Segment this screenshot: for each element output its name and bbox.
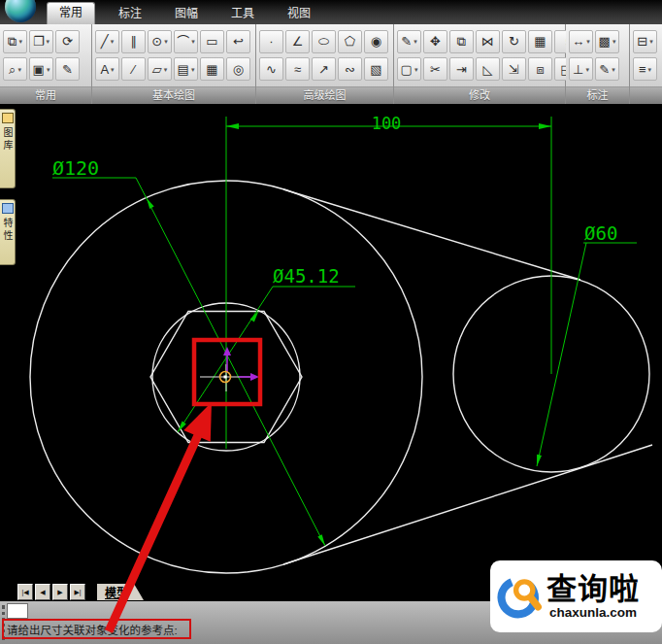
- rotate-button[interactable]: ↻: [502, 30, 526, 53]
- mirror-button[interactable]: ⋈: [476, 30, 500, 53]
- dropdown-caret-icon[interactable]: ▾: [586, 38, 590, 45]
- dropdown-caret-icon[interactable]: ▾: [585, 66, 589, 73]
- dim-text-d45[interactable]: Ø45.12: [273, 265, 340, 287]
- array-button[interactable]: ▦: [528, 30, 552, 53]
- zoom-button[interactable]: ⌕▾: [3, 57, 27, 81]
- solid-button[interactable]: ▧: [364, 57, 388, 81]
- grid-button[interactable]: ▦: [200, 57, 224, 81]
- zigzag-icon: ≈: [294, 63, 301, 76]
- ribbon-row: ⌕▾▣▾✎: [3, 57, 88, 81]
- polygon-button[interactable]: ⬠: [338, 30, 362, 53]
- tab-model[interactable]: 模型: [97, 584, 144, 600]
- dropdown-caret-icon[interactable]: ▾: [649, 38, 653, 45]
- tab-图幅[interactable]: 图幅: [165, 4, 208, 24]
- model-nav-button-0[interactable]: |◀: [17, 584, 33, 600]
- dropdown-caret-icon[interactable]: ▾: [111, 38, 115, 45]
- dimension-button[interactable]: ↔▾: [569, 30, 593, 53]
- tab-视图[interactable]: 视图: [278, 4, 320, 24]
- dropdown-caret-icon[interactable]: ▾: [414, 38, 417, 45]
- refresh-button[interactable]: ⟳: [55, 30, 80, 53]
- model-nav-button-3[interactable]: ▶|: [70, 584, 85, 600]
- gear-button[interactable]: ◉: [364, 30, 388, 53]
- circle-button[interactable]: ⊙▾: [148, 30, 172, 53]
- hatch-button[interactable]: ▤▾: [174, 57, 198, 81]
- image-dim-icon: ▩: [599, 35, 611, 48]
- trim-button[interactable]: ✂: [423, 57, 447, 81]
- sheet-button[interactable]: ⊟▾: [633, 30, 657, 53]
- dropdown-caret-icon[interactable]: ▾: [17, 66, 21, 73]
- copy-button[interactable]: ❐▾: [29, 30, 53, 53]
- text-button[interactable]: A▾: [95, 57, 119, 81]
- dropdown-caret-icon[interactable]: ▾: [111, 66, 115, 73]
- hatch-icon: ▤: [178, 63, 189, 76]
- chamfer-button[interactable]: ◺: [476, 57, 500, 81]
- wave-button[interactable]: ∿: [259, 57, 283, 81]
- rectangle-button[interactable]: ▭: [200, 30, 224, 53]
- command-input-box[interactable]: [7, 603, 28, 619]
- modify-brush-button[interactable]: ✎▾: [397, 30, 421, 53]
- leader-button[interactable]: ▱▾: [148, 57, 172, 81]
- model-nav-button-2[interactable]: ▶: [52, 584, 68, 600]
- select-button[interactable]: ▢▾: [397, 57, 421, 81]
- extend-button[interactable]: ⇥: [449, 57, 474, 81]
- polyline-button[interactable]: ↩: [226, 30, 250, 53]
- explode-button[interactable]: ⧈: [528, 57, 552, 81]
- ribbon-row: ▢▾✂⇥◺⇲⧈◱: [397, 57, 562, 81]
- dropdown-caret-icon[interactable]: ▾: [648, 66, 652, 73]
- move-button[interactable]: ✥: [423, 30, 447, 53]
- tab-常用[interactable]: 常用: [47, 2, 95, 24]
- dropdown-caret-icon[interactable]: ▾: [47, 38, 50, 45]
- app-logo-icon[interactable]: [5, 0, 36, 22]
- dim-text-100[interactable]: 100: [372, 114, 402, 133]
- arrow-draw-button[interactable]: ↗: [312, 57, 336, 81]
- dropdown-caret-icon[interactable]: ▾: [414, 66, 418, 73]
- angle-button[interactable]: ∠: [285, 30, 310, 53]
- paste-button[interactable]: ⧉▾: [3, 30, 27, 53]
- model-nav-button-1[interactable]: ◀: [35, 584, 50, 600]
- dim-text-d120[interactable]: Ø120: [52, 156, 99, 180]
- line-style-button[interactable]: ≡▾: [633, 57, 657, 81]
- stamp-button[interactable]: ◎: [226, 57, 250, 81]
- line-style-icon: ≡: [639, 63, 646, 76]
- dropdown-caret-icon[interactable]: ▾: [191, 38, 195, 45]
- dropdown-caret-icon[interactable]: ▾: [164, 38, 168, 45]
- zigzag-button[interactable]: ≈: [285, 57, 310, 81]
- dim-edit-button[interactable]: ✎▾: [595, 57, 619, 81]
- sidebar-tab-图库[interactable]: 图库: [0, 109, 16, 188]
- scale-button[interactable]: ⇲: [502, 57, 526, 81]
- arc-button[interactable]: ⌒▾: [174, 30, 198, 53]
- block-insert-icon: ▣: [33, 63, 45, 76]
- ribbon-group-label[interactable]: 修改: [394, 86, 565, 104]
- dropdown-caret-icon[interactable]: ▾: [47, 66, 50, 73]
- point-button[interactable]: ∙: [259, 30, 283, 53]
- image-dim-button[interactable]: ▩▾: [595, 30, 619, 53]
- dropdown-caret-icon[interactable]: ▾: [18, 38, 22, 45]
- dim-text-d60[interactable]: Ø60: [584, 222, 617, 244]
- dropdown-caret-icon[interactable]: ▾: [612, 38, 616, 45]
- save-edit-button[interactable]: ✎: [55, 57, 80, 81]
- dropdown-caret-icon[interactable]: ▾: [612, 66, 615, 73]
- ribbon-group-label[interactable]: 基本绘图: [92, 86, 255, 104]
- ribbon-group-label[interactable]: 标注: [566, 86, 629, 104]
- ribbon-group-label[interactable]: 高级绘图: [256, 86, 393, 104]
- centerline-button[interactable]: ∕: [121, 57, 146, 81]
- tab-标注[interactable]: 标注: [109, 4, 151, 24]
- datum-button[interactable]: ⊥▾: [569, 57, 593, 81]
- ribbon-group-label[interactable]: [630, 86, 662, 104]
- ribbon-group-label[interactable]: 常用: [0, 86, 91, 104]
- dropdown-caret-icon[interactable]: ▾: [164, 66, 168, 73]
- dropdown-caret-icon[interactable]: ▾: [191, 66, 195, 73]
- drawing-canvas[interactable]: 图库特性 100: [0, 104, 662, 583]
- ellipse-button[interactable]: ⬭: [312, 30, 336, 53]
- ucs-x-arrow-icon: [250, 373, 259, 381]
- sidebar-tab-特性[interactable]: 特性: [0, 199, 16, 265]
- watermark-url: chaxunla.com: [549, 605, 637, 620]
- line-button[interactable]: ╱▾: [95, 30, 119, 53]
- parallel-line-button[interactable]: ∥: [121, 30, 146, 53]
- tab-工具[interactable]: 工具: [221, 4, 264, 24]
- cloud-button[interactable]: ∾: [338, 57, 362, 81]
- block-insert-button[interactable]: ▣▾: [29, 57, 53, 81]
- copy-object-button[interactable]: ⧉: [449, 30, 474, 53]
- leader-d45[interactable]: [178, 287, 355, 432]
- bottom-tangent-line[interactable]: [283, 445, 652, 564]
